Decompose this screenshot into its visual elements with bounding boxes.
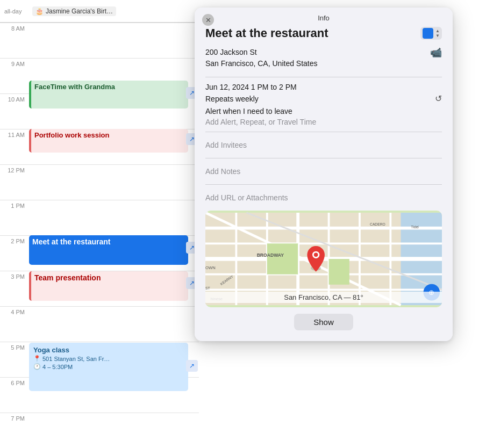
svg-rect-15 <box>267 243 298 274</box>
map-caption: San Francisco, CA — 81° <box>205 292 442 303</box>
add-url-row[interactable]: Add URL or Attachments <box>205 189 442 206</box>
birthday-cake-icon: 🎂 <box>35 8 44 15</box>
svg-text:OWN: OWN <box>205 265 216 270</box>
popup-event-title: Meet at the restaurant <box>205 26 328 40</box>
repeat-text: Repeats weekly <box>205 95 259 103</box>
add-invitees-row[interactable]: Add Invitees <box>205 136 442 154</box>
location-line1: 200 Jackson St <box>205 47 318 58</box>
chevron-up-icon: ▲ <box>435 29 440 33</box>
scroll-btn-yoga[interactable]: ↗ <box>186 360 198 372</box>
svg-text:CADERO: CADERO <box>370 222 385 226</box>
time-row-7pm: 7 PM <box>0 413 199 448</box>
location-pin-icon: 📍 <box>33 355 41 362</box>
time-label-12pm: 12 PM <box>0 167 29 174</box>
date-row: Jun 12, 2024 1 PM to 2 PM <box>205 83 442 91</box>
color-swatch <box>423 28 433 39</box>
time-label-7pm: 7 PM <box>0 415 29 422</box>
close-button[interactable]: ✕ <box>202 14 214 26</box>
event-title-row: Meet at the restaurant ▲ ▼ <box>205 26 442 40</box>
map-container[interactable]: BROADWAY KEARNY CADERO OWN ST Tidel ⊕ hi… <box>205 211 442 307</box>
yoga-event[interactable]: Yoga class 📍 501 Stanyan St, San Fr… 🕐 4… <box>29 343 188 391</box>
repeat-row: Repeats weekly ↺ <box>205 93 442 104</box>
chevron-down-icon: ▼ <box>435 34 440 38</box>
allday-event[interactable]: 🎂 Jasmine Garcia's Birt… <box>32 6 116 16</box>
popup-header: ✕ Info <box>195 8 453 26</box>
time-label-10am: 10 AM <box>0 96 29 103</box>
time-label-11am: 11 AM <box>0 132 29 138</box>
time-label-4pm: 4 PM <box>0 309 29 315</box>
yoga-location: 501 Stanyan St, San Fr… <box>42 356 110 362</box>
clock-icon: 🕐 <box>33 363 41 370</box>
svg-text:ST: ST <box>205 286 210 290</box>
color-picker[interactable]: ▲ ▼ <box>420 27 442 40</box>
time-row-1pm: 1 PM <box>0 200 199 235</box>
svg-text:Tidel: Tidel <box>411 225 419 229</box>
yoga-event-title: Yoga class <box>33 346 184 354</box>
time-row-4pm: 4 PM <box>0 306 199 342</box>
svg-rect-16 <box>329 259 349 285</box>
team-event-title: Team presentation <box>34 273 101 282</box>
yoga-location-row: 📍 501 Stanyan St, San Fr… <box>33 355 184 362</box>
location-text: 200 Jackson St San Francisco, CA, United… <box>205 47 318 69</box>
time-label-2pm: 2 PM <box>0 238 29 244</box>
allday-row: all-day 🎂 Jasmine Garcia's Birt… <box>0 0 199 23</box>
allday-label: all-day <box>0 8 32 15</box>
video-camera-icon[interactable]: 📹 <box>430 47 442 59</box>
restaurant-event-title: Meet at the restaurant <box>32 237 110 246</box>
location-line2: San Francisco, CA, United States <box>205 58 318 69</box>
time-label-9am: 9 AM <box>0 61 29 67</box>
add-alert-row[interactable]: Add Alert, Repeat, or Travel Time <box>205 118 442 126</box>
popup-header-title: Info <box>318 14 330 22</box>
chevron-updown-icon: ▲ ▼ <box>435 29 440 38</box>
svg-point-25 <box>314 253 318 257</box>
portfolio-event[interactable]: Portfolio work session <box>29 129 188 153</box>
divider-1 <box>205 77 442 77</box>
team-event[interactable]: Team presentation <box>29 271 188 301</box>
time-label-6pm: 6 PM <box>0 380 29 386</box>
allday-event-title: Jasmine Garcia's Birt… <box>46 8 113 15</box>
yoga-time-row: 🕐 4 – 5:30PM <box>33 363 184 370</box>
time-row-12pm: 12 PM <box>0 164 199 200</box>
time-row-8am: 8 AM <box>0 23 199 58</box>
close-icon: ✕ <box>205 16 211 24</box>
time-label-5pm: 5 PM <box>0 344 29 351</box>
facetime-event-title: FaceTime with Grandma <box>34 83 115 91</box>
time-label-1pm: 1 PM <box>0 203 29 209</box>
divider-2 <box>205 132 442 132</box>
facetime-event[interactable]: FaceTime with Grandma <box>29 81 188 109</box>
yoga-time-range: 4 – 5:30PM <box>42 364 73 370</box>
time-label-8am: 8 AM <box>0 25 29 32</box>
divider-4 <box>205 184 442 185</box>
portfolio-event-title: Portfolio work session <box>34 131 109 139</box>
alert-row: Alert when I need to leave <box>205 107 442 115</box>
info-popup: ✕ Info Meet at the restaurant ▲ ▼ 200 Ja… <box>195 8 453 341</box>
show-button[interactable]: Show <box>294 314 353 330</box>
location-row: 200 Jackson St San Francisco, CA, United… <box>205 47 442 69</box>
svg-text:BROADWAY: BROADWAY <box>257 252 284 258</box>
divider-3 <box>205 158 442 158</box>
time-label-3pm: 3 PM <box>0 273 29 280</box>
popup-content: Meet at the restaurant ▲ ▼ 200 Jackson S… <box>195 26 453 341</box>
repeat-icon: ↺ <box>435 93 442 104</box>
add-notes-row[interactable]: Add Notes <box>205 163 442 180</box>
restaurant-event[interactable]: Meet at the restaurant <box>29 235 188 265</box>
